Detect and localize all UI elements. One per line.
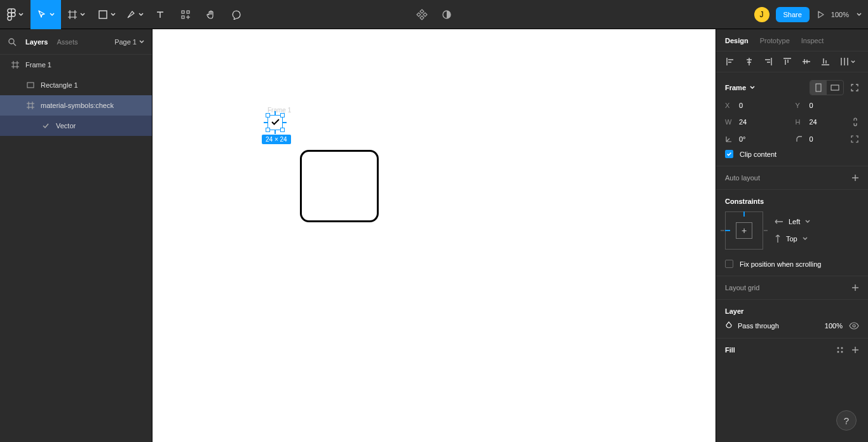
align-hcenter-button[interactable] bbox=[744, 57, 754, 67]
edge-tick bbox=[275, 130, 276, 134]
layers-tab[interactable]: Layers bbox=[25, 38, 48, 46]
rectangle-shape[interactable] bbox=[300, 150, 379, 222]
fill-styles-button[interactable] bbox=[836, 346, 844, 354]
chevron-down-icon bbox=[139, 12, 144, 17]
prop-y[interactable]: Y0 bbox=[796, 102, 860, 109]
svg-rect-9 bbox=[831, 85, 839, 90]
layers-panel: Layers Assets Page 1 Frame 1 Rectangle 1… bbox=[0, 29, 153, 442]
orientation-landscape[interactable] bbox=[827, 81, 843, 95]
clip-content-label: Clip content bbox=[740, 151, 776, 158]
arrow-v-icon bbox=[775, 234, 781, 243]
present-button[interactable] bbox=[816, 10, 825, 19]
alignment-controls bbox=[716, 51, 868, 72]
selection-dimensions-badge: 24 × 24 bbox=[262, 135, 291, 144]
rectangle-icon bbox=[25, 81, 36, 89]
pen-tool-button[interactable] bbox=[122, 0, 147, 29]
fix-position-label: Fix position when scrolling bbox=[740, 260, 821, 268]
search-icon bbox=[8, 37, 17, 46]
comment-icon bbox=[231, 10, 241, 20]
prop-x[interactable]: X0 bbox=[725, 102, 789, 109]
add-fill-button[interactable] bbox=[851, 346, 859, 354]
add-layout-grid-button[interactable] bbox=[851, 284, 859, 291]
text-tool-button[interactable] bbox=[147, 0, 173, 29]
align-left-button[interactable] bbox=[725, 57, 735, 67]
portrait-icon bbox=[815, 83, 822, 92]
align-top-button[interactable] bbox=[782, 57, 792, 67]
share-button[interactable]: Share bbox=[776, 7, 810, 22]
constraint-v-select[interactable]: Top bbox=[775, 234, 810, 243]
layout-grid-section: Layout grid bbox=[716, 276, 868, 300]
orientation-portrait[interactable] bbox=[810, 81, 827, 95]
resize-to-fit-button[interactable] bbox=[850, 83, 859, 92]
page-label: Page 1 bbox=[114, 38, 137, 46]
clip-content-checkbox[interactable]: Clip content bbox=[725, 150, 859, 158]
canvas-frame-label[interactable]: Frame 1 bbox=[268, 107, 291, 114]
resize-handle-tr[interactable] bbox=[280, 113, 285, 117]
distribute-button[interactable] bbox=[839, 57, 855, 67]
properties-panel: Design Prototype Inspect Frame bbox=[715, 29, 868, 442]
move-tool-button[interactable] bbox=[31, 0, 61, 29]
prop-corner-radius[interactable]: 0 bbox=[796, 135, 860, 144]
independent-corners-button[interactable] bbox=[850, 135, 859, 144]
align-bottom-button[interactable] bbox=[820, 57, 831, 67]
chevron-down-icon bbox=[50, 12, 55, 17]
svg-rect-8 bbox=[816, 84, 821, 91]
main-menu-button[interactable] bbox=[0, 0, 31, 29]
arrow-h-icon bbox=[775, 218, 783, 225]
canvas[interactable]: Frame 1 24 × 24 bbox=[153, 29, 715, 442]
resize-handle-bl[interactable] bbox=[266, 128, 270, 132]
constraint-picker[interactable]: + bbox=[725, 211, 763, 250]
layer-row-vector[interactable]: Vector bbox=[0, 116, 152, 136]
prop-rotation[interactable]: 0° bbox=[725, 135, 789, 144]
search-button[interactable] bbox=[8, 37, 17, 46]
tab-prototype[interactable]: Prototype bbox=[760, 37, 790, 44]
link-dimensions-button[interactable] bbox=[851, 117, 859, 127]
dark-mode-toggle[interactable] bbox=[442, 10, 452, 20]
chevron-down-icon bbox=[857, 12, 862, 17]
layer-visibility-button[interactable] bbox=[849, 322, 859, 330]
frame-section-title[interactable]: Frame bbox=[725, 84, 755, 91]
layer-label: Rectangle 1 bbox=[41, 81, 78, 89]
help-button[interactable]: ? bbox=[836, 410, 857, 431]
comment-tool-button[interactable] bbox=[224, 0, 249, 29]
prop-w[interactable]: W24 bbox=[725, 117, 789, 127]
plugins-button[interactable] bbox=[416, 9, 428, 20]
blend-icon bbox=[725, 321, 733, 330]
layer-opacity-value[interactable]: 100% bbox=[825, 322, 843, 330]
plus-icon bbox=[851, 174, 859, 182]
orientation-toggle[interactable] bbox=[810, 80, 844, 95]
user-avatar[interactable]: J bbox=[754, 7, 770, 22]
align-right-button[interactable] bbox=[763, 57, 773, 67]
constraint-h-select[interactable]: Left bbox=[775, 218, 810, 225]
checkbox-icon bbox=[725, 150, 733, 158]
page-selector[interactable]: Page 1 bbox=[114, 38, 144, 46]
resize-handle-tl[interactable] bbox=[266, 113, 270, 117]
resize-handle-br[interactable] bbox=[280, 128, 285, 132]
hand-tool-button[interactable] bbox=[198, 0, 224, 29]
chevron-down-icon bbox=[805, 219, 810, 224]
diamond-grid-icon bbox=[416, 9, 428, 20]
layer-row-rectangle[interactable]: Rectangle 1 bbox=[0, 75, 152, 95]
vector-icon bbox=[41, 122, 51, 130]
zoom-dropdown[interactable]: 100% bbox=[831, 11, 862, 18]
resources-button[interactable] bbox=[173, 0, 198, 29]
assets-tab[interactable]: Assets bbox=[57, 38, 78, 46]
align-vcenter-button[interactable] bbox=[801, 57, 811, 67]
tab-inspect[interactable]: Inspect bbox=[801, 37, 824, 44]
blend-mode-select[interactable]: Pass through bbox=[725, 321, 779, 330]
layer-row-icon-frame[interactable]: material-symbols:check bbox=[0, 95, 152, 116]
svg-point-11 bbox=[837, 347, 839, 349]
shape-tool-button[interactable] bbox=[92, 0, 122, 29]
layer-row-frame[interactable]: Frame 1 bbox=[0, 55, 152, 75]
tab-design[interactable]: Design bbox=[725, 37, 749, 44]
selection-outline[interactable] bbox=[268, 115, 283, 130]
svg-point-10 bbox=[853, 325, 855, 327]
svg-point-0 bbox=[11, 13, 15, 17]
fix-position-checkbox[interactable]: Fix position when scrolling bbox=[725, 260, 859, 268]
frame-section: Frame X0 Y0 W24 bbox=[716, 72, 868, 166]
svg-point-14 bbox=[841, 351, 843, 353]
frame-tool-button[interactable] bbox=[61, 0, 92, 29]
prop-h[interactable]: H24 bbox=[796, 117, 860, 127]
edge-tick bbox=[264, 122, 268, 123]
add-auto-layout-button[interactable] bbox=[851, 174, 859, 182]
